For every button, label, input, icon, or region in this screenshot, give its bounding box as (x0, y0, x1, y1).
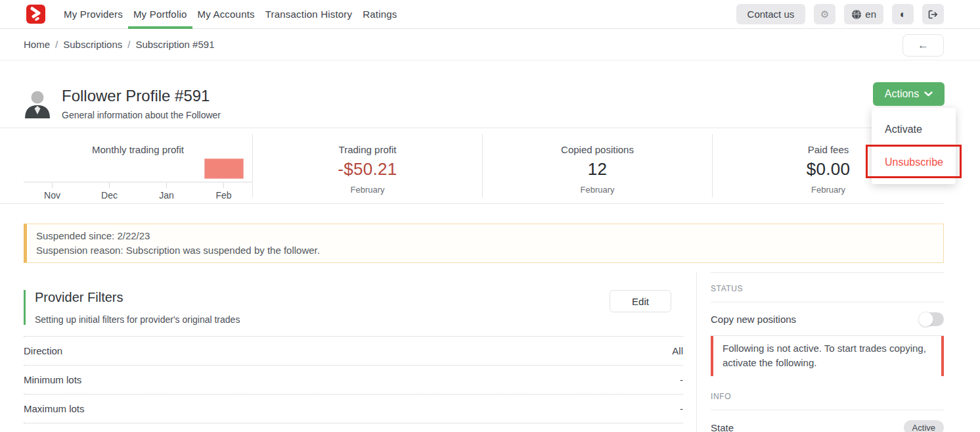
provider-filters-titles: Provider Filters Setting up initial filt… (24, 290, 240, 325)
filter-value: - (680, 403, 683, 414)
stat-value: -$50.21 (338, 159, 397, 180)
stat-period: February (350, 185, 384, 195)
provider-filters-section: Provider Filters Setting up initial filt… (0, 272, 696, 432)
suspension-notice: Suspended since: 2/22/23 Suspension reas… (24, 224, 944, 263)
nav-item-my-providers[interactable]: My Providers (58, 0, 128, 28)
status-section-header: STATUS (711, 284, 944, 293)
chart-x-labels: Nov Dec Jan Feb (24, 190, 252, 201)
globe-icon (851, 9, 862, 20)
chart-bars (24, 158, 252, 181)
provider-filters-header: Provider Filters Setting up initial filt… (24, 290, 683, 325)
brand-logo-icon (26, 5, 45, 24)
top-navigation-bar: My Providers My Portfolio My Accounts Tr… (0, 0, 980, 29)
filter-value: - (680, 374, 683, 385)
nav-item-my-portfolio[interactable]: My Portfolio (128, 0, 192, 28)
breadcrumb-separator: / (55, 39, 58, 50)
theme-toggle-icon: ◐ (900, 9, 906, 20)
copy-new-positions-toggle[interactable] (919, 312, 944, 326)
chart-tick-label: Dec (81, 190, 138, 201)
nav-items: My Providers My Portfolio My Accounts Tr… (58, 0, 402, 28)
breadcrumb-separator: / (127, 39, 130, 50)
stat-period: February (811, 185, 845, 195)
chart-tick-label: Nov (24, 190, 81, 201)
chevron-down-icon (924, 91, 933, 97)
breadcrumb-subscriptions[interactable]: Subscriptions (63, 39, 122, 50)
filter-label: Maximum lots (24, 403, 85, 414)
chart-bar (204, 158, 244, 179)
stat-period: February (580, 185, 614, 195)
trading-profit-card: Trading profit -$50.21 February (253, 134, 483, 197)
logout-button[interactable] (922, 4, 944, 24)
following-inactive-alert: Following is not active. To start trades… (711, 336, 944, 376)
stat-value: 12 (588, 159, 608, 180)
monthly-profit-bar-chart: Nov Dec Jan Feb (24, 158, 252, 201)
gear-icon: ⚙ (820, 9, 829, 20)
chart-tick-label: Feb (195, 190, 252, 201)
section-title: Provider Filters (35, 290, 240, 305)
copied-positions-card: Copied positions 12 February (483, 134, 713, 197)
stats-band: Monthly trading profit Nov Dec Jan Feb T… (0, 128, 944, 204)
filter-label: Direction (24, 345, 62, 356)
filter-row-maximum-lots: Maximum lots - (24, 395, 683, 423)
suspension-since-text: Suspended since: 2/22/23 (36, 229, 934, 243)
copy-new-positions-row: Copy new positions (711, 302, 944, 335)
status-sidebar: STATUS Copy new positions Following is n… (696, 272, 980, 432)
chart-title: Monthly trading profit (24, 144, 252, 155)
page-title: Follower Profile #591 (62, 87, 221, 105)
section-subtitle: Setting up initial filters for provider'… (35, 314, 240, 325)
stat-value: $0.00 (807, 159, 851, 180)
chart-tick-label: Jan (138, 190, 195, 201)
profile-header: Follower Profile #591 General informatio… (0, 60, 980, 128)
nav-item-my-accounts[interactable]: My Accounts (192, 0, 260, 28)
profile-header-text: Follower Profile #591 General informatio… (62, 87, 221, 120)
info-section-header: INFO (711, 392, 944, 401)
monthly-trading-profit-card: Monthly trading profit Nov Dec Jan Feb (0, 134, 253, 197)
settings-button[interactable]: ⚙ (814, 4, 835, 24)
stat-title: Trading profit (339, 144, 397, 155)
page-subtitle: General information about the Follower (62, 110, 221, 120)
nav-item-transaction-history[interactable]: Transaction History (260, 0, 357, 28)
suspension-reason-text: Suspension reason: Subscription was susp… (36, 243, 934, 258)
filter-row-minimum-lots: Minimum lots - (24, 366, 683, 395)
chart-ticks (24, 183, 252, 188)
toggle-knob (918, 312, 933, 327)
actions-button-label: Actions (885, 88, 919, 100)
state-label: State (711, 422, 734, 432)
actions-button[interactable]: Actions (873, 82, 945, 106)
back-button[interactable]: ← (902, 34, 944, 57)
state-row: State Active (711, 410, 944, 432)
breadcrumb-current: Subscription #591 (135, 39, 214, 50)
actions-dropdown-menu: Activate Unsubscribe (872, 108, 956, 184)
avatar (22, 88, 53, 118)
filter-row-direction: Direction All (24, 336, 683, 366)
filter-label: Minimum lots (24, 374, 81, 385)
edit-button[interactable]: Edit (610, 290, 671, 312)
language-label: en (865, 9, 876, 20)
language-button[interactable]: en (844, 4, 883, 24)
filter-rows: Direction All Minimum lots - Maximum lot… (24, 336, 683, 423)
left-arrow-icon: ← (918, 39, 929, 52)
theme-toggle-button[interactable]: ◐ (892, 4, 914, 24)
brand-logo[interactable] (26, 5, 45, 24)
stat-title: Paid fees (808, 144, 849, 155)
nav-item-ratings[interactable]: Ratings (357, 0, 402, 28)
menu-item-activate[interactable]: Activate (872, 113, 956, 146)
filter-value: All (672, 345, 683, 356)
logout-icon (927, 9, 939, 20)
main-content: Provider Filters Setting up initial filt… (0, 272, 980, 432)
breadcrumb-home[interactable]: Home (24, 39, 50, 50)
status-badge: Active (904, 420, 944, 432)
status-sidebar-inner: STATUS Copy new positions Following is n… (711, 272, 944, 432)
menu-item-unsubscribe[interactable]: Unsubscribe (872, 146, 956, 179)
page: { "nav": { "items": [ { "label": "My Pro… (0, 0, 980, 432)
contact-us-button[interactable]: Contact us (736, 4, 806, 24)
topbar-right-controls: Contact us ⚙ en ◐ (736, 4, 944, 24)
breadcrumb: Home / Subscriptions / Subscription #591 (0, 29, 980, 60)
stat-title: Copied positions (561, 144, 634, 155)
copy-new-positions-label: Copy new positions (711, 314, 796, 325)
